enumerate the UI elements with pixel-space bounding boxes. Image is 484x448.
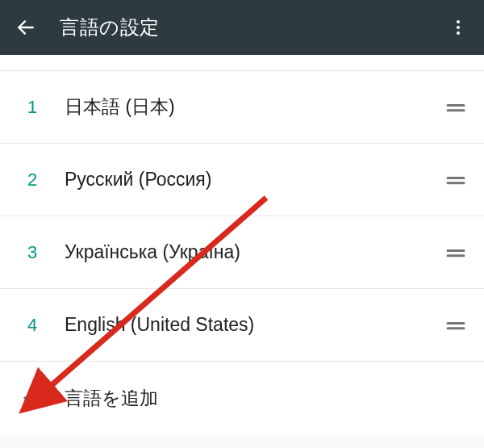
list-top-spacer [0,55,484,71]
svg-point-2 [457,26,460,29]
language-label: English (United States) [65,314,428,336]
back-button[interactable] [6,8,45,47]
drag-handle-icon [444,313,468,337]
add-language-button[interactable]: 言語を追加 [0,362,484,434]
app-bar: 言語の設定 [0,0,484,55]
drag-handle[interactable] [428,95,484,119]
add-language-label: 言語を追加 [65,386,158,411]
overflow-menu-button[interactable] [439,8,478,47]
language-index: 2 [0,170,65,191]
language-row[interactable]: 2 Русский (Россия) [0,144,484,216]
plus-icon [21,387,44,409]
drag-handle-icon [444,95,468,119]
drag-handle[interactable] [428,241,484,265]
language-row[interactable]: 3 Українська (Україна) [0,216,484,289]
page-title: 言語の設定 [60,15,439,40]
drag-handle-icon [444,241,468,265]
drag-handle[interactable] [428,313,484,337]
language-label: Русский (Россия) [65,169,428,191]
language-label: 日本語 (日本) [65,94,428,119]
language-row[interactable]: 4 English (United States) [0,289,484,362]
language-index: 4 [0,315,65,336]
language-label: Українська (Україна) [65,241,428,263]
plus-icon-wrapper [0,387,65,409]
language-index: 3 [0,242,65,263]
language-list: 1 日本語 (日本) 2 Русский (Россия) 3 Українсь… [0,55,484,434]
svg-point-1 [457,20,460,23]
drag-handle-icon [444,168,468,192]
language-row[interactable]: 1 日本語 (日本) [0,71,484,144]
drag-handle[interactable] [428,168,484,192]
language-index: 1 [0,97,65,118]
arrow-left-icon [15,17,36,38]
svg-point-3 [457,31,460,35]
more-vert-icon [449,18,468,37]
